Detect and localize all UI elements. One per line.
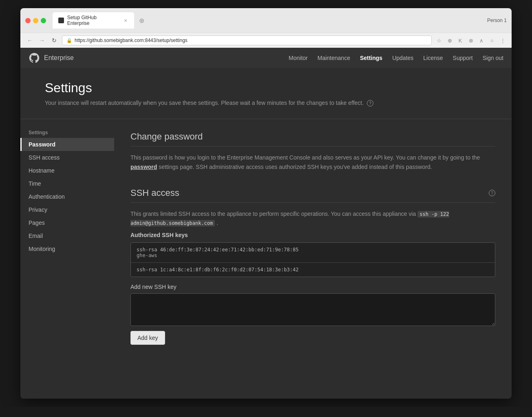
maximize-button[interactable] bbox=[41, 18, 46, 23]
sidebar-item-monitoring[interactable]: Monitoring bbox=[20, 242, 114, 255]
nav-monitor[interactable]: Monitor bbox=[289, 53, 308, 63]
top-nav: Enterprise Monitor Maintenance Settings … bbox=[20, 48, 512, 68]
menu-icon[interactable]: ⋮ bbox=[499, 36, 507, 44]
browser-titlebar: Setup GitHub Enterprise ✕ ⊕ Person 1 bbox=[20, 8, 512, 33]
main-content: Change password This password is how you… bbox=[114, 119, 512, 373]
nav-signout[interactable]: Sign out bbox=[483, 53, 503, 63]
ssh-key-entry-0: ssh-rsa 46:de:ff:3e:87:24:42:ee:71:42:bb… bbox=[131, 243, 495, 263]
ssh-key-value-1: ssh-rsa 1c:a4:8c:e1:8f:db:f6:2c:f0:d2:07… bbox=[137, 267, 489, 273]
extension-icon-4[interactable]: ∧ bbox=[477, 36, 486, 44]
circle-icon: ○ bbox=[488, 36, 496, 44]
ssh-keys-list: ssh-rsa 46:de:ff:3e:87:24:42:ee:71:42:bb… bbox=[130, 242, 495, 277]
ssh-key-name-0: ghe-aws bbox=[137, 253, 489, 258]
refresh-button[interactable]: ↻ bbox=[50, 36, 59, 45]
extension-icon-1[interactable]: ⊕ bbox=[446, 36, 454, 44]
change-password-text: This password is how you login to the En… bbox=[130, 153, 495, 171]
person-label: Person 1 bbox=[487, 18, 507, 23]
add-ssh-label: Add new SSH key bbox=[130, 284, 495, 290]
sidebar-item-privacy[interactable]: Privacy bbox=[20, 203, 114, 216]
close-button[interactable] bbox=[25, 18, 31, 23]
ssh-access-title: SSH access ? bbox=[130, 188, 495, 203]
add-key-button[interactable]: Add key bbox=[130, 331, 165, 345]
ssh-access-text: This grants limited SSH access to the ap… bbox=[130, 209, 495, 228]
page-help-icon[interactable]: ? bbox=[367, 100, 373, 106]
sidebar-item-time[interactable]: Time bbox=[20, 177, 114, 190]
sidebar-item-ssh-access[interactable]: SSH access bbox=[20, 151, 114, 164]
ssh-key-entry-1: ssh-rsa 1c:a4:8c:e1:8f:db:f6:2c:f0:d2:07… bbox=[131, 263, 495, 277]
change-password-section: Change password This password is how you… bbox=[130, 131, 495, 171]
sidebar-item-authentication[interactable]: Authentication bbox=[20, 190, 114, 203]
sidebar-item-pages[interactable]: Pages bbox=[20, 216, 114, 229]
password-link[interactable]: password bbox=[130, 164, 157, 170]
nav-maintenance[interactable]: Maintenance bbox=[318, 53, 350, 63]
minimize-button[interactable] bbox=[33, 18, 38, 23]
nav-links: Monitor Maintenance Settings Updates Lic… bbox=[289, 53, 503, 63]
browser-window: Setup GitHub Enterprise ✕ ⊕ Person 1 ← →… bbox=[20, 8, 512, 399]
page-title: Settings bbox=[45, 80, 487, 95]
lock-icon: 🔒 bbox=[66, 38, 72, 43]
enterprise-label: Enterprise bbox=[44, 54, 74, 62]
app-container: Enterprise Monitor Maintenance Settings … bbox=[20, 48, 512, 399]
url-text: https://github.somebigbank.com:8443/setu… bbox=[75, 38, 188, 43]
content-area: Settings Password SSH access Hostname Ti… bbox=[20, 119, 512, 373]
ssh-key-value-0: ssh-rsa 46:de:ff:3e:87:24:42:ee:71:42:bb… bbox=[137, 247, 489, 253]
nav-support[interactable]: Support bbox=[453, 53, 473, 63]
ssh-help-icon[interactable]: ? bbox=[489, 190, 495, 196]
tab-bar: Setup GitHub Enterprise ✕ ⊕ bbox=[53, 12, 484, 29]
new-tab-icon[interactable]: ⊕ bbox=[136, 15, 147, 26]
extension-icon-3[interactable]: ⊗ bbox=[467, 36, 475, 44]
ssh-access-section: SSH access ? This grants limited SSH acc… bbox=[130, 188, 495, 345]
toolbar-icons: ☆ ⊕ K ⊗ ∧ ○ ⋮ bbox=[435, 36, 507, 44]
page-subtitle: Your instance will restart automatically… bbox=[45, 100, 487, 106]
github-logo bbox=[29, 52, 40, 64]
extension-icon-2[interactable]: K bbox=[456, 36, 464, 44]
bookmark-icon[interactable]: ☆ bbox=[435, 36, 443, 44]
tab-close-icon[interactable]: ✕ bbox=[123, 18, 128, 23]
forward-button[interactable]: → bbox=[38, 36, 46, 45]
change-password-title: Change password bbox=[130, 131, 495, 146]
back-button[interactable]: ← bbox=[25, 36, 34, 45]
sidebar: Settings Password SSH access Hostname Ti… bbox=[20, 119, 114, 373]
add-ssh-textarea[interactable] bbox=[130, 293, 495, 326]
sidebar-heading: Settings bbox=[20, 127, 114, 138]
active-tab[interactable]: Setup GitHub Enterprise ✕ bbox=[53, 12, 134, 29]
sidebar-item-email[interactable]: Email bbox=[20, 229, 114, 242]
address-bar[interactable]: 🔒 https://github.somebigbank.com:8443/se… bbox=[62, 35, 432, 45]
sidebar-item-password[interactable]: Password bbox=[20, 138, 114, 151]
page-header: Settings Your instance will restart auto… bbox=[20, 68, 512, 119]
nav-updates[interactable]: Updates bbox=[392, 53, 413, 63]
nav-license[interactable]: License bbox=[423, 53, 443, 63]
tab-title: Setup GitHub Enterprise bbox=[67, 15, 119, 26]
browser-addressbar: ← → ↻ 🔒 https://github.somebigbank.com:8… bbox=[20, 33, 512, 48]
authorized-keys-label: Authorized SSH keys bbox=[130, 232, 495, 238]
sidebar-item-hostname[interactable]: Hostname bbox=[20, 164, 114, 177]
traffic-lights bbox=[25, 18, 46, 23]
tab-favicon bbox=[58, 18, 64, 23]
nav-settings[interactable]: Settings bbox=[360, 53, 382, 63]
